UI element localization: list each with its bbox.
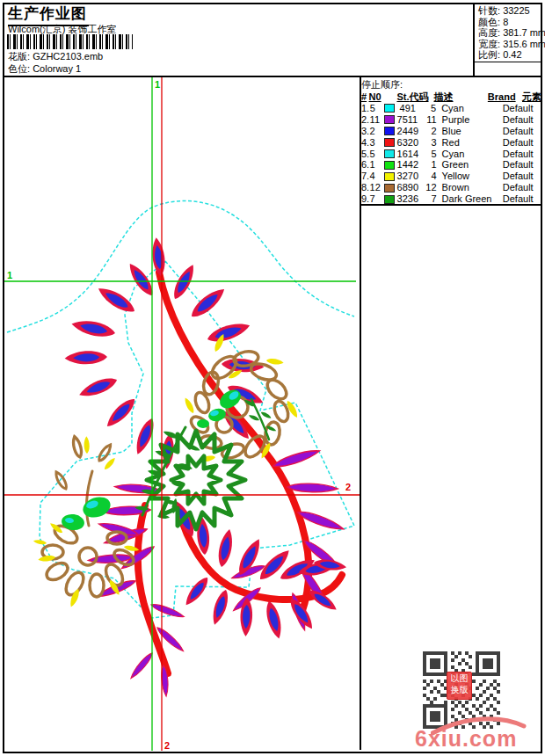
pattern-label: 花版: xyxy=(8,51,30,62)
color-swatch xyxy=(384,127,395,135)
table-row: 1.5 4915 CyanDefault xyxy=(361,103,541,114)
stitch-count-row: 针数: 33225 xyxy=(478,5,545,17)
colorway-value: Colorway 1 xyxy=(33,63,81,74)
scale-row: 比例: 0.42 xyxy=(478,49,545,61)
barcode xyxy=(7,34,133,49)
table-row: 8.12 689012 BrownDefault xyxy=(361,182,541,193)
red-seal-stamp: 以图 换版 xyxy=(447,672,472,700)
stop-sequence-header: # N0 St. 代码 描述 Brand 元素 xyxy=(361,91,541,103)
embroidery-design-preview: 1 1 2 2 xyxy=(4,77,360,751)
color-swatch xyxy=(384,184,395,193)
table-row: 5.5 16145 CyanDefault xyxy=(361,149,541,160)
colorway-row: 色位: Colorway 1 xyxy=(8,62,81,76)
color-swatch xyxy=(384,172,395,181)
table-row: 3.2 24492 BlueDefault xyxy=(361,126,541,137)
stop-sequence-title: 停止顺序: xyxy=(361,79,541,91)
table-row: 6.1 14421 GreenDefault xyxy=(361,159,541,171)
table-row: 7.4 32704 YellowDefault xyxy=(361,171,541,182)
top-flower xyxy=(64,237,265,469)
color-swatch xyxy=(384,195,395,204)
table-row: 2.11 751111 PurpleDefault xyxy=(361,114,541,126)
guide-mark-bottom: 2 xyxy=(164,740,170,751)
height-row: 高度: 381.7 mm xyxy=(478,27,545,39)
table-row: 9.7 32367 Dark GreenDefault xyxy=(361,193,541,205)
color-swatch xyxy=(384,104,395,113)
stamp-text-line1: 以图 xyxy=(447,672,471,684)
color-swatch xyxy=(384,138,395,147)
table-row: 4.3 63203 RedDefault xyxy=(361,137,541,149)
color-swatch xyxy=(384,149,395,158)
pattern-row: 花版: GZHC2103.emb xyxy=(8,50,103,63)
stamp-text-line2: 换版 xyxy=(447,684,471,695)
design-guide-curve xyxy=(7,201,354,332)
guide-mark-left: 1 xyxy=(7,270,12,280)
stop-sequence-table: 停止顺序: # N0 St. 代码 描述 Brand 元素 1.5 4915 C… xyxy=(361,79,541,205)
colorway-label: 色位: xyxy=(8,63,30,74)
production-worksheet: 生产作业图 Wilcom(汇京) 装饰工作室 花版: GZHC2103.emb … xyxy=(0,0,545,756)
watermark-site-text: 6xiu.com xyxy=(415,726,517,752)
color-swatch xyxy=(384,115,395,124)
guide-mark-top: 1 xyxy=(155,79,160,90)
design-info-box: 针数: 33225 颜色: 8 高度: 381.7 mm 宽度: 315.6 m… xyxy=(478,5,545,61)
info-box-bottom-border xyxy=(475,62,541,62)
info-box-left-border xyxy=(473,3,475,76)
pattern-value: GZHC2103.emb xyxy=(33,51,103,62)
color-swatch xyxy=(384,161,395,170)
width-row: 宽度: 315.6 mm xyxy=(478,39,545,50)
brown-branch-cluster-bottom-left xyxy=(33,436,139,608)
color-count-row: 颜色: 8 xyxy=(478,17,545,28)
guide-mark-right: 2 xyxy=(345,482,351,492)
